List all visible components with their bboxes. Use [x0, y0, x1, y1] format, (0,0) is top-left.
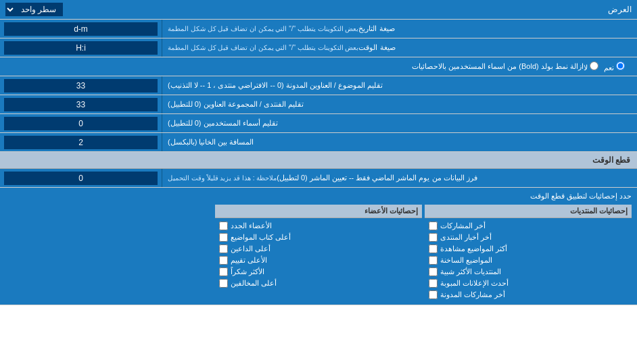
- forum-stat-checkbox-3[interactable]: [429, 256, 438, 265]
- member-stat-item-5: أعلى المخالفين: [215, 278, 422, 289]
- forum-stat-checkbox-5[interactable]: [429, 279, 438, 288]
- forum-stat-label-3: المواضيع الساخنة: [440, 256, 492, 265]
- time-cutoff-row: فرز البيانات من يوم الماشر الماضي فقط --…: [0, 169, 637, 188]
- forum-stat-label-1: أخر أخبار المنتدى: [440, 233, 492, 242]
- time-cutoff-header: قطع الوقت: [0, 152, 637, 169]
- forum-stats-header: إحصائيات المنتديات: [425, 205, 632, 218]
- member-stats-header: إحصائيات الأعضاء: [215, 205, 422, 218]
- member-stat-checkbox-5[interactable]: [219, 279, 228, 288]
- bold-remove-label: ازالة نمط بولد (Bold) من اسماء المستخدمي…: [5, 62, 584, 71]
- bold-remove-row: نعم لا ازالة نمط بولد (Bold) من اسماء ال…: [0, 57, 637, 76]
- bold-no-radio[interactable]: [590, 61, 598, 70]
- time-format-input-container: [0, 38, 162, 57]
- forum-stat-checkbox-2[interactable]: [429, 244, 438, 253]
- time-format-label: صيغة الوقت بعض التكوينات يتطلب "/" التي …: [162, 38, 637, 57]
- member-stat-label-2: أعلى الداعين: [231, 244, 270, 253]
- user-order-input-container: [0, 114, 162, 132]
- time-cutoff-input[interactable]: [4, 172, 158, 185]
- forum-stat-label-6: أخر مشاركات المدونة: [440, 290, 505, 299]
- spacing-row: المسافة بين الخانيا (بالبكسل): [0, 133, 637, 152]
- member-stat-item-4: الأكثر شكراً: [215, 266, 422, 278]
- bold-radio-group: نعم لا: [584, 61, 625, 72]
- spacing-input-container: [0, 133, 162, 151]
- forum-stat-checkbox-4[interactable]: [429, 267, 438, 276]
- forum-order-input-container: [0, 95, 162, 113]
- member-stat-checkbox-2[interactable]: [219, 244, 228, 253]
- subject-order-row: تقليم الموضوع / العناوين المدونة (0 -- ا…: [0, 76, 637, 95]
- subject-order-input-container: [0, 76, 162, 95]
- time-cutoff-input-container: [0, 169, 162, 187]
- time-format-input[interactable]: [4, 41, 158, 55]
- member-stat-item-2: أعلى الداعين: [215, 243, 422, 255]
- forum-stat-item-4: المنتديات الأكثر شبية: [425, 266, 632, 278]
- forum-stat-item-0: أخر المشاركات: [425, 220, 632, 232]
- forum-stat-item-6: أخر مشاركات المدونة: [425, 289, 632, 301]
- forum-stat-checkbox-1[interactable]: [429, 233, 438, 242]
- user-order-input[interactable]: [4, 117, 158, 130]
- bold-yes-label: نعم: [604, 61, 625, 72]
- spacing-label: المسافة بين الخانيا (بالبكسل): [162, 133, 637, 151]
- forum-stat-item-1: أخر أخبار المنتدى: [425, 232, 632, 243]
- spacing-input[interactable]: [4, 136, 158, 149]
- member-stat-label-1: أعلى كتاب المواضيع: [231, 233, 291, 242]
- forum-stat-item-2: أكثر المواضيع مشاهدة: [425, 243, 632, 255]
- forum-stat-label-2: أكثر المواضيع مشاهدة: [440, 244, 507, 253]
- member-stat-checkbox-0[interactable]: [219, 222, 228, 230]
- member-stat-label-0: الأعضاء الجدد: [231, 222, 272, 230]
- time-format-row: صيغة الوقت بعض التكوينات يتطلب "/" التي …: [0, 38, 637, 57]
- forum-stat-checkbox-6[interactable]: [429, 290, 438, 299]
- member-stat-checkbox-3[interactable]: [219, 256, 228, 265]
- forum-stat-item-5: أحدث الإعلانات المبوبة: [425, 278, 632, 289]
- forum-stats-col: إحصائيات المنتديات أخر المشاركات أخر أخب…: [425, 205, 632, 301]
- forum-stat-label-5: أحدث الإعلانات المبوبة: [440, 279, 509, 288]
- top-row: العرض سطر واحد سطرين ثلاثة أسطر: [0, 0, 637, 20]
- member-stat-checkbox-1[interactable]: [219, 233, 228, 242]
- stats-columns: إحصائيات المنتديات أخر المشاركات أخر أخب…: [5, 205, 632, 301]
- subject-order-label: تقليم الموضوع / العناوين المدونة (0 -- ا…: [162, 76, 637, 95]
- member-stat-label-5: أعلى المخالفين: [231, 279, 277, 288]
- bold-yes-radio[interactable]: [616, 61, 625, 70]
- member-stat-label-3: الأعلى تقييم: [231, 256, 267, 265]
- date-format-label: صيغة التاريخ بعض التكوينات يتطلب "/" الت…: [162, 20, 637, 38]
- date-format-input[interactable]: [4, 22, 158, 36]
- forum-order-input[interactable]: [4, 98, 158, 111]
- member-stat-item-1: أعلى كتاب المواضيع: [215, 232, 422, 243]
- member-stat-item-0: الأعضاء الجدد: [215, 220, 422, 232]
- checkboxes-section: حدد إحصائيات لتطبيق قطع الوقت إحصائيات ا…: [0, 188, 637, 305]
- forum-stat-label-4: المنتديات الأكثر شبية: [440, 267, 501, 276]
- time-cutoff-label: فرز البيانات من يوم الماشر الماضي فقط --…: [162, 169, 637, 187]
- page-title: العرض: [608, 5, 632, 14]
- checkbox-header: حدد إحصائيات لتطبيق قطع الوقت: [5, 192, 632, 201]
- subject-order-input[interactable]: [4, 79, 158, 93]
- member-stats-col: إحصائيات الأعضاء الأعضاء الجدد أعلى كتاب…: [215, 205, 422, 301]
- user-order-label: تقليم أسماء المستخدمين (0 للتطبيل): [162, 114, 637, 132]
- forum-order-row: تقليم الفنتدى / المجموعة العناوين (0 للت…: [0, 95, 637, 114]
- date-format-input-container: [0, 20, 162, 38]
- view-select[interactable]: سطر واحد سطرين ثلاثة أسطر: [5, 3, 63, 16]
- forum-stat-item-3: المواضيع الساخنة: [425, 255, 632, 266]
- member-stat-item-3: الأعلى تقييم: [215, 255, 422, 266]
- date-format-row: صيغة التاريخ بعض التكوينات يتطلب "/" الت…: [0, 20, 637, 38]
- member-stat-checkbox-4[interactable]: [219, 267, 228, 276]
- forum-stat-checkbox-0[interactable]: [429, 222, 438, 230]
- forum-order-label: تقليم الفنتدى / المجموعة العناوين (0 للت…: [162, 95, 637, 113]
- member-stat-label-4: الأكثر شكراً: [231, 267, 264, 276]
- user-order-row: تقليم أسماء المستخدمين (0 للتطبيل): [0, 114, 637, 133]
- forum-stat-label-0: أخر المشاركات: [440, 222, 486, 230]
- bold-no-label: لا: [584, 61, 598, 72]
- right-label-col: [5, 205, 212, 301]
